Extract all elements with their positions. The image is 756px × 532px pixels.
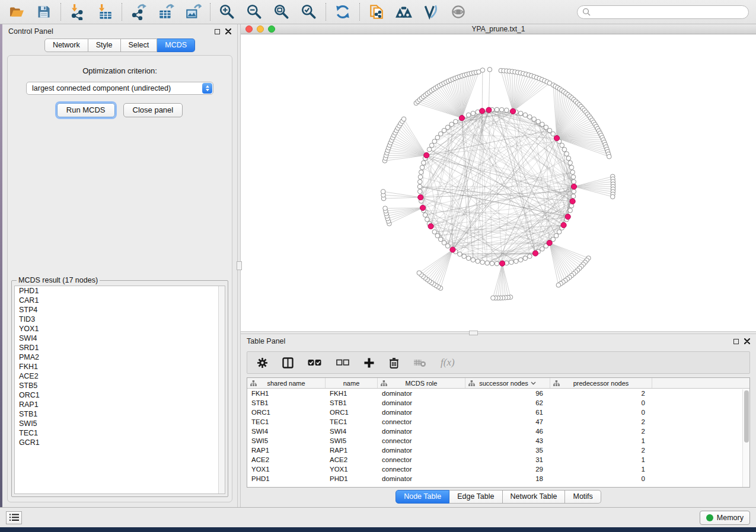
- tab-edge-table[interactable]: Edge Table: [449, 490, 502, 504]
- mcds-result-item[interactable]: STB5: [15, 381, 225, 390]
- mcds-node[interactable]: [554, 136, 559, 141]
- zoom-selected-button[interactable]: [299, 2, 318, 21]
- tab-select[interactable]: Select: [121, 39, 158, 52]
- mcds-node[interactable]: [418, 194, 423, 200]
- add-column-button[interactable]: [363, 357, 375, 368]
- mcds-result-item[interactable]: STP4: [15, 305, 225, 315]
- mcds-result-item[interactable]: SWI4: [15, 334, 225, 343]
- memory-button[interactable]: Memory: [700, 511, 750, 525]
- mcds-result-item[interactable]: RAP1: [15, 400, 225, 409]
- tab-mcds[interactable]: MCDS: [157, 39, 195, 52]
- node-table[interactable]: shared namenameMCDS rolesuccessor nodesp…: [247, 377, 750, 488]
- column-header-MCDS-role[interactable]: MCDS role: [378, 378, 465, 388]
- table-row[interactable]: YOX1YOX1connector291: [247, 464, 749, 474]
- tab-network[interactable]: Network: [44, 39, 88, 52]
- import-network-button[interactable]: [68, 2, 87, 21]
- table-row[interactable]: RAP1RAP1dominator352: [247, 446, 749, 455]
- mcds-result-item[interactable]: SWI5: [15, 419, 225, 428]
- tab-node-table[interactable]: Node Table: [395, 490, 449, 504]
- splitter-grip[interactable]: [237, 261, 242, 270]
- float-panel-icon[interactable]: [215, 29, 220, 34]
- table-row[interactable]: TEC1TEC1connector472: [247, 417, 749, 427]
- toggle-panel-layout-button[interactable]: [282, 357, 294, 368]
- mcds-result-item[interactable]: TID3: [15, 315, 225, 324]
- table-row[interactable]: ORC1ORC1dominator610: [247, 408, 749, 417]
- tab-style[interactable]: Style: [88, 39, 121, 52]
- export-image-button[interactable]: [184, 2, 203, 21]
- network-canvas[interactable]: [241, 34, 756, 331]
- close-panel-icon[interactable]: [225, 28, 231, 34]
- vizmapper-button[interactable]: [422, 2, 441, 21]
- mcds-node[interactable]: [571, 184, 576, 189]
- mcds-result-item[interactable]: GCR1: [15, 438, 225, 447]
- mcds-node[interactable]: [459, 116, 464, 121]
- mcds-node[interactable]: [532, 251, 538, 256]
- search-input[interactable]: [577, 5, 749, 19]
- close-panel-icon[interactable]: [744, 338, 750, 344]
- mcds-result-list[interactable]: PHD1CAR1STP4TID3YOX1SWI4SRD1PMA2FKH1ACE2…: [14, 286, 225, 494]
- import-table-button[interactable]: [95, 2, 114, 21]
- mcds-node[interactable]: [565, 214, 570, 219]
- mcds-result-item[interactable]: YOX1: [15, 324, 225, 334]
- zoom-in-button[interactable]: [218, 2, 237, 21]
- column-header-name[interactable]: name: [326, 378, 378, 388]
- deselect-all-rows-button[interactable]: [336, 358, 349, 367]
- column-header-successor-nodes[interactable]: successor nodes: [465, 378, 550, 388]
- delete-columns-button[interactable]: [389, 357, 399, 368]
- task-history-button[interactable]: [6, 511, 22, 524]
- mcds-node[interactable]: [428, 223, 433, 229]
- zoom-out-button[interactable]: [245, 2, 264, 21]
- mcds-node[interactable]: [480, 108, 485, 114]
- mcds-result-item[interactable]: FKH1: [15, 362, 225, 371]
- table-row[interactable]: SWI4SWI4dominator462: [247, 427, 749, 436]
- mcds-node[interactable]: [424, 153, 429, 158]
- export-table-button[interactable]: [157, 2, 176, 21]
- mcds-node[interactable]: [570, 198, 575, 204]
- run-mcds-button[interactable]: Run MCDS: [57, 103, 115, 117]
- table-row[interactable]: STB1STB1dominator620: [247, 398, 749, 408]
- float-panel-icon[interactable]: [733, 339, 739, 344]
- mcds-node[interactable]: [561, 222, 566, 227]
- mcds-node[interactable]: [450, 247, 455, 252]
- table-row[interactable]: FKH1FKH1dominator962: [247, 389, 749, 398]
- vertical-splitter[interactable]: [237, 24, 241, 507]
- criterion-select[interactable]: largest connected component (undirected): [26, 82, 213, 95]
- select-all-rows-button[interactable]: [308, 358, 322, 367]
- close-panel-button[interactable]: Close panel: [123, 103, 183, 117]
- refresh-network-button[interactable]: [333, 2, 352, 21]
- mcds-result-item[interactable]: ORC1: [15, 390, 225, 400]
- open-folder-button[interactable]: [7, 2, 26, 21]
- mcds-node[interactable]: [547, 240, 552, 245]
- zoom-fit-content-button[interactable]: [272, 2, 291, 21]
- mcds-result-item[interactable]: STB1: [15, 409, 225, 419]
- mcds-node[interactable]: [420, 205, 425, 210]
- mcds-result-item[interactable]: CAR1: [15, 296, 225, 305]
- settings-gear-button[interactable]: [257, 357, 268, 368]
- table-row[interactable]: ACE2ACE2connector311: [247, 455, 749, 464]
- show-hide-graphics-details-button[interactable]: [449, 2, 468, 21]
- result-list-scrollbar[interactable]: [218, 286, 225, 493]
- table-row[interactable]: PHD1PHD1dominator180: [247, 474, 749, 483]
- network-from-document-button[interactable]: [367, 2, 386, 21]
- mcds-node[interactable]: [486, 107, 492, 113]
- mcds-node[interactable]: [510, 108, 515, 114]
- first-neighbors-button[interactable]: [394, 2, 413, 21]
- export-network-button[interactable]: [129, 2, 148, 21]
- network-window-titlebar[interactable]: YPA_prune.txt_1: [241, 24, 756, 34]
- save-session-button[interactable]: [34, 2, 53, 21]
- tab-network-table[interactable]: Network Table: [503, 490, 566, 504]
- tab-motifs[interactable]: Motifs: [565, 490, 601, 504]
- mcds-node[interactable]: [499, 261, 505, 266]
- scrollbar-thumb[interactable]: [744, 390, 749, 443]
- mcds-result-item[interactable]: PHD1: [15, 286, 225, 296]
- mcds-result-item[interactable]: PMA2: [15, 352, 225, 362]
- column-header-predecessor-nodes[interactable]: predecessor nodes: [550, 378, 652, 388]
- mcds-result-item[interactable]: ACE2: [15, 371, 225, 381]
- splitter-grip[interactable]: [469, 331, 478, 335]
- horizontal-splitter[interactable]: [241, 331, 756, 334]
- mcds-result-item[interactable]: TEC1: [15, 428, 225, 438]
- table-row[interactable]: SWI5SWI5connector431: [247, 436, 749, 446]
- mcds-result-item[interactable]: SRD1: [15, 343, 225, 352]
- column-header-shared-name[interactable]: shared name: [247, 378, 326, 388]
- table-vertical-scrollbar[interactable]: [742, 389, 749, 487]
